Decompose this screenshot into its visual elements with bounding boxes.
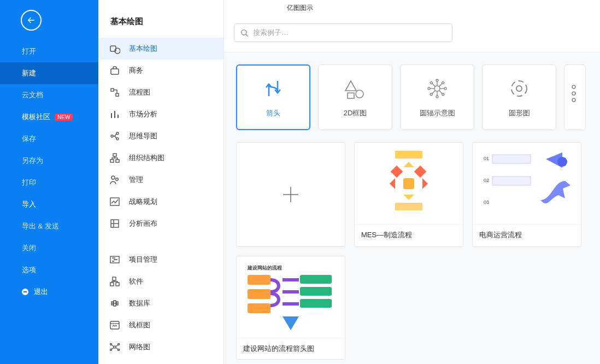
template-type-card[interactable]: 箭头 [236, 64, 310, 130]
category-label: 管理 [129, 175, 143, 185]
svg-marker-51 [283, 316, 299, 330]
sidebar-item-template-community[interactable]: 模板社区NEW [0, 106, 98, 128]
category-item[interactable]: 分析画布 [98, 213, 223, 234]
svg-rect-32 [403, 178, 414, 189]
svg-marker-2 [345, 81, 356, 91]
sidebar-item-save[interactable]: 保存 [0, 128, 98, 150]
sidebar-item-new[interactable]: 新建 [0, 62, 98, 84]
svg-line-20 [432, 84, 436, 87]
sidebar-item-exit[interactable]: 退出 [0, 281, 98, 303]
svg-point-22 [511, 81, 527, 96]
canvas-icon [109, 218, 120, 229]
category-item[interactable]: 数据库 [98, 292, 223, 314]
sidebar-item-label: 保存 [22, 134, 36, 144]
category-label: 市场分析 [129, 109, 157, 119]
search-input[interactable] [253, 28, 446, 37]
svg-text:01: 01 [484, 156, 489, 161]
svg-rect-50 [300, 299, 332, 308]
category-label: 思维导图 [129, 131, 157, 141]
svg-point-19 [428, 87, 430, 90]
svg-marker-36 [390, 178, 395, 189]
sidebar-item-label: 导入 [22, 199, 36, 209]
category-item[interactable]: 商务 [98, 60, 223, 81]
svg-rect-45 [248, 275, 270, 285]
category-item[interactable]: 软件 [98, 271, 223, 292]
template-type-card[interactable]: 圆形图 [482, 64, 556, 130]
main-area: 箭头 2D框图 圆辐示意图 圆形图 MES—制造流程010203电商运营流程建设… [224, 0, 600, 364]
category-label: 软件 [129, 277, 143, 286]
sidebar-item-label: 导出 & 发送 [22, 221, 59, 231]
shapes2d-icon [343, 77, 367, 101]
template-type-label: 圆辐示意图 [420, 108, 455, 118]
template-type-card[interactable]: 2D框图 [318, 64, 392, 130]
category-label: 项目管理 [129, 255, 157, 265]
category-label: 线框图 [129, 320, 150, 330]
template-gallery: MES—制造流程010203电商运营流程建设网站的流程建设网站的流程箭头图 [224, 142, 600, 364]
category-item[interactable]: 基本绘图 [98, 38, 223, 60]
sidebar-item-label: 退出 [34, 287, 48, 297]
category-column: 基本绘图 基本绘图 商务 流程图 市场分析 思维导图 组织结构图 管理 战略规划… [98, 0, 224, 364]
search-box[interactable] [234, 24, 452, 42]
sidebar-item-export[interactable]: 导出 & 发送 [0, 215, 98, 237]
svg-marker-34 [403, 162, 414, 167]
category-title: 基本绘图 [98, 0, 223, 38]
category-item[interactable]: 电路工程 [98, 358, 223, 364]
sidebar-item-open[interactable]: 打开 [0, 40, 98, 62]
template-card[interactable]: 建设网站的流程建设网站的流程箭头图 [236, 256, 345, 360]
sidebar-item-label: 新建 [22, 68, 36, 78]
svg-rect-30 [391, 165, 403, 178]
category-item[interactable]: 思维导图 [98, 125, 223, 147]
svg-point-15 [436, 96, 438, 98]
template-caption: MES—制造流程 [355, 225, 463, 245]
svg-marker-37 [422, 178, 428, 189]
sidebar-item-label: 选项 [22, 265, 36, 275]
category-list[interactable]: 基本绘图 商务 流程图 市场分析 思维导图 组织结构图 管理 战略规划 分析画布… [98, 38, 223, 364]
svg-text:03: 03 [484, 199, 489, 205]
category-item[interactable]: 项目管理 [98, 249, 223, 271]
sidebar-item-saveas[interactable]: 另存为 [0, 150, 98, 172]
sidebar-item-import[interactable]: 导入 [0, 193, 98, 215]
people-icon [109, 174, 120, 185]
category-label: 流程图 [129, 87, 150, 97]
svg-rect-3 [348, 93, 354, 98]
category-item[interactable]: 流程图 [98, 81, 223, 103]
cols-icon [563, 81, 587, 105]
category-separator [98, 234, 223, 249]
back-button[interactable] [21, 10, 42, 31]
sidebar-item-cloud[interactable]: 云文档 [0, 84, 98, 106]
org-icon [109, 152, 120, 163]
template-type-card[interactable] [564, 64, 586, 130]
template-type-card[interactable]: 圆辐示意图 [400, 64, 474, 130]
category-label: 商务 [129, 66, 143, 75]
svg-marker-35 [403, 195, 414, 200]
template-thumbnail: 010203 [473, 143, 581, 225]
sidebar-item-close[interactable]: 关闭 [0, 237, 98, 259]
svg-point-11 [444, 87, 446, 90]
svg-point-26 [572, 98, 575, 102]
svg-point-43 [557, 157, 567, 167]
sidebar-item-label: 另存为 [22, 156, 43, 166]
wireframe-icon [109, 320, 120, 331]
sidebar-item-print[interactable]: 打印 [0, 172, 98, 193]
svg-rect-29 [395, 151, 422, 158]
new-blank-card[interactable] [236, 142, 345, 247]
category-item[interactable]: 线框图 [98, 314, 223, 336]
template-type-label: 圆形图 [509, 108, 530, 118]
svg-rect-33 [395, 203, 422, 210]
category-item[interactable]: 管理 [98, 169, 223, 191]
svg-point-4 [356, 90, 363, 98]
category-item[interactable]: 战略规划 [98, 191, 223, 213]
category-label: 基本绘图 [129, 44, 157, 54]
flow-icon [109, 87, 120, 98]
template-card[interactable]: MES—制造流程 [354, 142, 463, 247]
template-card[interactable]: 010203电商运营流程 [472, 142, 581, 247]
category-item[interactable]: 组织结构图 [98, 147, 223, 169]
svg-point-23 [516, 86, 522, 91]
template-type-label: 箭头 [266, 108, 280, 118]
sidebar-item-options[interactable]: 选项 [0, 259, 98, 281]
svg-line-8 [439, 84, 443, 87]
svg-line-1 [246, 34, 248, 36]
category-item[interactable]: 网络图 [98, 336, 223, 358]
db-icon [109, 298, 120, 309]
category-item[interactable]: 市场分析 [98, 103, 223, 125]
